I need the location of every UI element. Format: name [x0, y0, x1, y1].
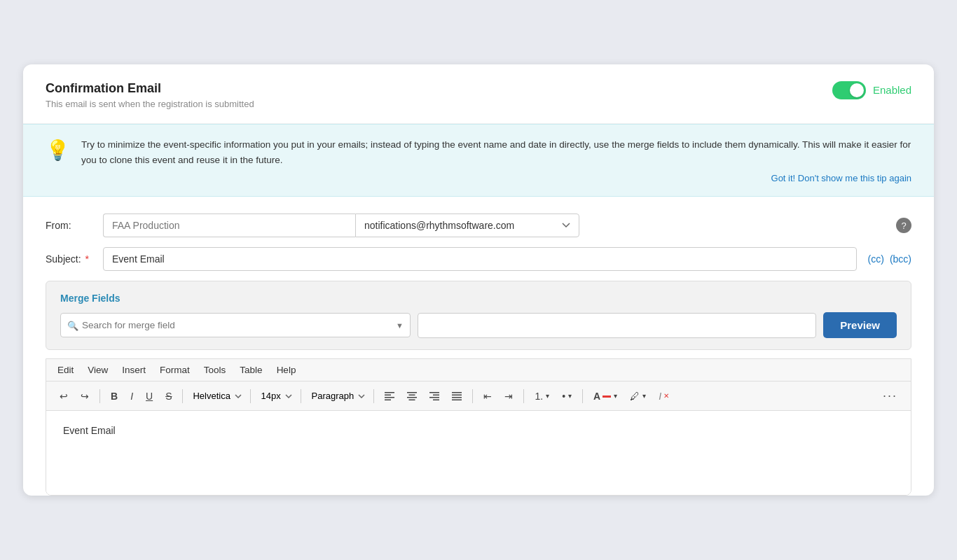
svg-rect-11 [433, 399, 439, 400]
from-inputs: notifications@rhythmsoftware.com [103, 214, 888, 237]
toolbar-separator-5 [373, 389, 374, 403]
from-label: From: [46, 220, 95, 231]
align-right-button[interactable] [425, 389, 444, 403]
merge-search-icon: 🔍 [67, 320, 78, 330]
menu-view[interactable]: View [88, 365, 108, 375]
font-family-select[interactable]: Helvetica [188, 388, 245, 403]
dismiss-tip-link[interactable]: Got it! Don't show me this tip again [81, 173, 911, 183]
editor-toolbar: ↩ ↪ B I U S Helvetica 14px Paragraph [46, 382, 911, 411]
bcc-button[interactable]: (bcc) [890, 253, 911, 265]
outdent-button[interactable]: ⇤ [478, 388, 497, 405]
merge-fields-row: 🔍 ▼ Preview [60, 312, 897, 338]
underline-button[interactable]: U [141, 388, 158, 405]
svg-rect-13 [452, 394, 462, 396]
svg-rect-10 [429, 397, 439, 398]
toggle-label: Enabled [873, 84, 911, 96]
toolbar-separator-2 [182, 389, 183, 403]
strikethrough-button[interactable]: S [160, 388, 177, 405]
cc-button[interactable]: (cc) [868, 253, 884, 265]
svg-rect-8 [429, 392, 439, 393]
tip-content: Try to minimize the event-specific infor… [81, 137, 911, 183]
svg-rect-12 [452, 392, 462, 393]
from-name-input[interactable] [103, 214, 355, 237]
menu-help[interactable]: Help [277, 365, 296, 375]
merge-value-input[interactable] [418, 313, 816, 338]
bold-button[interactable]: B [106, 388, 123, 405]
required-indicator: * [83, 253, 89, 265]
tip-text: Try to minimize the event-specific infor… [81, 137, 911, 167]
menu-edit[interactable]: Edit [57, 365, 74, 375]
menu-format[interactable]: Format [160, 365, 190, 375]
cc-bcc-area: (cc) (bcc) [868, 253, 911, 265]
svg-rect-4 [407, 392, 417, 393]
merge-fields-title: Merge Fields [60, 293, 897, 304]
svg-rect-1 [385, 394, 391, 396]
unordered-list-button[interactable]: •▾ [557, 388, 577, 405]
card-subtitle: This email is sent when the registration… [46, 99, 254, 109]
svg-rect-2 [385, 397, 394, 398]
card-header: Confirmation Email This email is sent wh… [23, 64, 934, 124]
align-center-button[interactable] [402, 389, 422, 403]
menu-insert[interactable]: Insert [122, 365, 146, 375]
confirmation-email-card: Confirmation Email This email is sent wh… [23, 64, 934, 496]
editor-section: Edit View Insert Format Tools Table Help… [46, 358, 911, 496]
clear-format-button[interactable]: I✕ [654, 388, 674, 405]
preview-button[interactable]: Preview [823, 312, 897, 338]
merge-fields-section: Merge Fields 🔍 ▼ Preview [46, 281, 911, 350]
redo-button[interactable]: ↪ [76, 388, 94, 405]
svg-rect-0 [385, 392, 394, 393]
indent-button[interactable]: ⇥ [500, 388, 518, 405]
editor-body[interactable]: Event Email [46, 411, 911, 495]
toolbar-separator-7 [523, 389, 524, 403]
tip-banner: 💡 Try to minimize the event-specific inf… [23, 124, 934, 197]
tip-lightbulb-icon: 💡 [46, 139, 70, 162]
form-area: From: notifications@rhythmsoftware.com ?… [23, 197, 934, 496]
italic-button[interactable]: I [125, 388, 138, 405]
card-title: Confirmation Email [46, 81, 254, 96]
svg-rect-15 [452, 399, 462, 400]
toggle-area: Enabled [832, 81, 911, 99]
svg-rect-5 [409, 394, 415, 396]
svg-rect-14 [452, 397, 462, 398]
subject-input[interactable] [103, 247, 857, 271]
menu-table[interactable]: Table [240, 365, 262, 375]
enabled-toggle[interactable] [832, 81, 866, 99]
from-help-icon[interactable]: ? [896, 218, 911, 233]
merge-search-input[interactable] [60, 313, 411, 337]
paragraph-style-select[interactable]: Paragraph [307, 388, 368, 403]
editor-content: Event Email [63, 425, 116, 436]
font-color-button[interactable]: A ▾ [588, 388, 622, 405]
svg-rect-3 [385, 399, 391, 400]
from-email-select[interactable]: notifications@rhythmsoftware.com [355, 214, 579, 237]
align-justify-button[interactable] [447, 389, 467, 403]
highlight-button[interactable]: 🖊 ▾ [625, 388, 651, 405]
from-row: From: notifications@rhythmsoftware.com ? [46, 214, 911, 237]
toolbar-separator-3 [250, 389, 251, 403]
subject-row: Subject: * (cc) (bcc) [46, 247, 911, 271]
toolbar-separator-4 [301, 389, 301, 403]
merge-search-wrap: 🔍 ▼ [60, 313, 411, 337]
svg-rect-7 [409, 399, 415, 400]
svg-rect-6 [407, 397, 417, 398]
ordered-list-button[interactable]: 1.▾ [530, 388, 554, 405]
subject-label: Subject: * [46, 253, 95, 265]
font-size-select[interactable]: 14px [256, 388, 295, 403]
header-text: Confirmation Email This email is sent wh… [46, 81, 254, 109]
undo-button[interactable]: ↩ [55, 388, 73, 405]
toolbar-separator-8 [582, 389, 583, 403]
toolbar-separator-6 [472, 389, 473, 403]
merge-search-chevron-icon: ▼ [396, 321, 404, 330]
align-left-button[interactable] [380, 389, 399, 403]
more-toolbar-button[interactable]: ··· [878, 386, 902, 406]
menu-tools[interactable]: Tools [204, 365, 226, 375]
toolbar-separator-1 [99, 389, 100, 403]
editor-menubar: Edit View Insert Format Tools Table Help [46, 359, 911, 382]
svg-rect-9 [433, 394, 439, 396]
